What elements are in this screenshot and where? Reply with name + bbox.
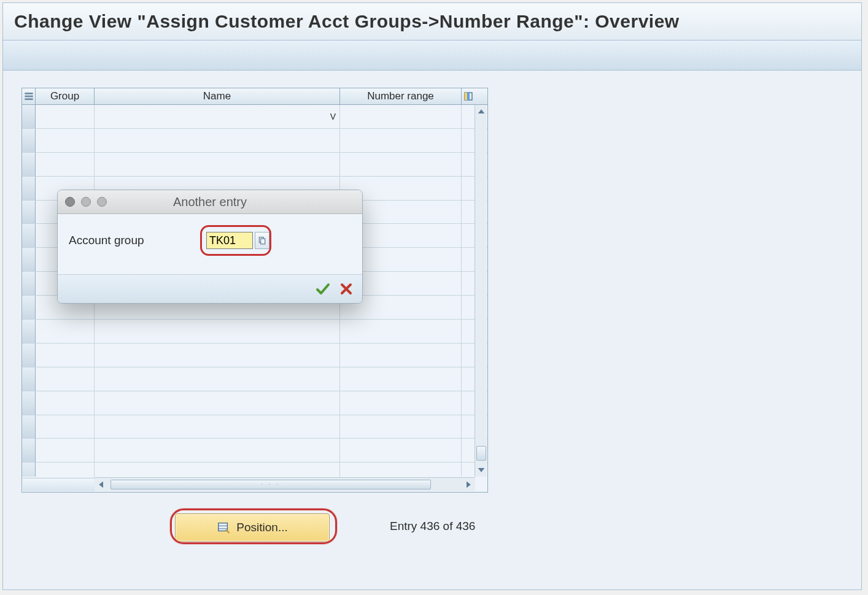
svg-rect-0: [25, 93, 33, 94]
table-row[interactable]: [22, 153, 487, 177]
entry-count-label: Entry 436 of 436: [390, 520, 475, 533]
select-rows-icon: [24, 91, 34, 101]
position-button[interactable]: Position...: [175, 513, 330, 542]
grid-footer-gap: [23, 478, 95, 491]
row-selector[interactable]: [22, 201, 36, 224]
vertical-scrollbar[interactable]: [475, 105, 487, 477]
row-selector[interactable]: [22, 415, 36, 439]
table-row[interactable]: V: [22, 105, 487, 129]
content-area: Group Name Number range V: [21, 88, 488, 493]
column-config-button[interactable]: [462, 88, 475, 104]
app-toolbar: [3, 40, 861, 71]
another-entry-dialog: Another entry Account group: [57, 190, 363, 304]
row-selector[interactable]: [22, 177, 36, 200]
table-row[interactable]: [22, 415, 487, 439]
confirm-button[interactable]: [316, 282, 330, 296]
bottom-bar: Position... Entry 436 of 436: [21, 512, 574, 543]
row-selector[interactable]: [22, 320, 36, 343]
scroll-down-icon: [476, 464, 487, 475]
table-row[interactable]: [22, 320, 487, 344]
svg-rect-5: [467, 93, 470, 100]
row-selector[interactable]: [22, 463, 36, 477]
grid-select-all[interactable]: [22, 88, 36, 104]
column-header-group[interactable]: Group: [36, 88, 95, 104]
row-selector[interactable]: [22, 391, 36, 415]
account-group-field-wrap: [206, 231, 269, 250]
account-group-input[interactable]: [206, 232, 253, 249]
row-selector[interactable]: [22, 105, 36, 128]
row-selector[interactable]: [22, 344, 36, 367]
scroll-up-icon: [476, 106, 487, 117]
svg-rect-7: [261, 239, 265, 244]
table-settings-icon: [463, 91, 473, 101]
cancel-button[interactable]: [339, 282, 354, 296]
row-selector[interactable]: [22, 367, 36, 391]
scroll-thumb[interactable]: [476, 446, 486, 461]
search-help-button[interactable]: [255, 232, 269, 249]
table-row[interactable]: [22, 391, 487, 415]
grid-header: Group Name Number range: [22, 88, 487, 105]
cell-name[interactable]: V: [95, 105, 340, 128]
dialog-footer: [58, 274, 362, 303]
row-selector[interactable]: [22, 296, 36, 319]
row-selector[interactable]: [22, 272, 36, 295]
cell-range[interactable]: [340, 105, 462, 128]
table-row[interactable]: [22, 463, 487, 477]
dialog-titlebar[interactable]: Another entry: [58, 190, 362, 214]
zoom-dot-icon[interactable]: [97, 197, 107, 207]
column-header-name[interactable]: Name: [95, 88, 340, 104]
search-help-icon: [258, 236, 266, 245]
window-title-bar: Change View "Assign Customer Acct Groups…: [3, 3, 861, 40]
dialog-body: Account group: [58, 214, 362, 274]
table-row[interactable]: [22, 129, 487, 153]
window-title: Change View "Assign Customer Acct Groups…: [14, 11, 680, 32]
account-group-label: Account group: [69, 234, 198, 247]
horizontal-scrollbar[interactable]: [95, 477, 475, 491]
table-row[interactable]: [22, 344, 487, 367]
row-selector[interactable]: [22, 439, 36, 462]
table-row[interactable]: [22, 367, 487, 391]
table-row[interactable]: [22, 439, 487, 463]
column-header-range[interactable]: Number range: [340, 88, 462, 104]
svg-rect-2: [25, 98, 33, 100]
row-selector[interactable]: [22, 129, 36, 152]
close-dot-icon[interactable]: [65, 197, 75, 207]
svg-rect-4: [465, 93, 467, 100]
cell-name-text: V: [330, 112, 336, 121]
scroll-left-icon: [96, 479, 107, 490]
svg-rect-1: [25, 96, 33, 98]
row-selector[interactable]: [22, 224, 36, 247]
row-selector[interactable]: [22, 248, 36, 271]
scroll-right-icon: [463, 479, 474, 490]
position-icon: [217, 521, 230, 534]
cell-pad: [462, 105, 475, 128]
scroll-thumb-h[interactable]: [110, 480, 431, 489]
position-button-label: Position...: [236, 521, 287, 534]
scroll-track[interactable]: [475, 118, 487, 463]
cell-group[interactable]: [36, 105, 95, 128]
traffic-lights: [65, 197, 107, 207]
scroll-track-h[interactable]: [108, 478, 462, 491]
row-selector[interactable]: [22, 153, 36, 176]
app-window: Change View "Assign Customer Acct Groups…: [2, 2, 862, 590]
minimize-dot-icon[interactable]: [81, 197, 91, 207]
